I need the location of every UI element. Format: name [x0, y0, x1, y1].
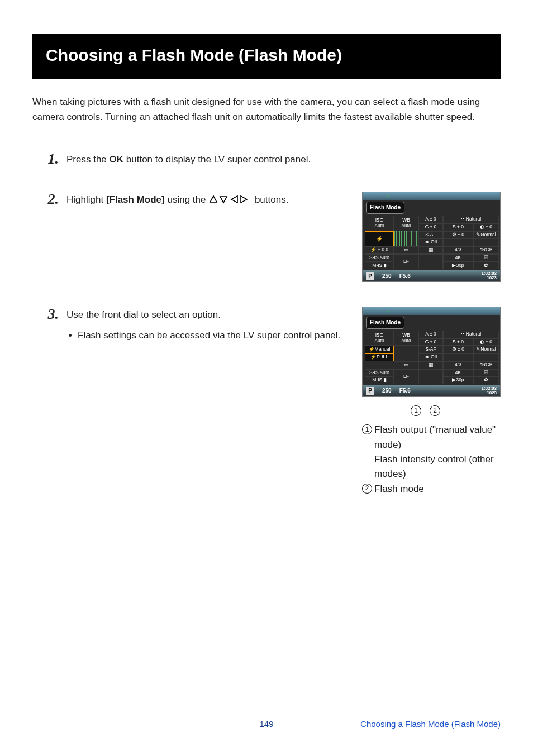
- cell-srgb: sRGB: [473, 361, 499, 369]
- cell-off: ☻ Off: [418, 353, 443, 361]
- page-title: Choosing a Flash Mode (Flash Mode): [32, 34, 501, 79]
- cell-mis: M-IS ▮: [365, 262, 394, 270]
- aperture: F5.6: [399, 386, 411, 395]
- cell-wb: WB Auto: [394, 216, 418, 231]
- cell-dash: --: [473, 353, 499, 361]
- cell-gear: ✿: [473, 376, 499, 384]
- cell-chk: ☑: [473, 369, 499, 377]
- text-fragment: Press the: [66, 154, 110, 165]
- cell-srgb: sRGB: [473, 246, 499, 254]
- legend-item-1: 1 Flash output ("manual value" mode) Fla…: [362, 423, 501, 481]
- cell-iso: ISO Auto: [365, 216, 394, 231]
- cell-chk: ☑: [473, 254, 499, 262]
- cell-saf: S-AF: [418, 346, 443, 353]
- cell-4k: 4K: [443, 369, 473, 377]
- cell-off: ☻ Off: [418, 238, 443, 246]
- step-text: Use the front dial to select an option. …: [66, 307, 350, 496]
- cell-p0: ⚙ ± 0: [443, 346, 473, 353]
- legend-text: Flash output ("manual value" mode) Flash…: [374, 423, 501, 481]
- cell-g0: G ± 0: [418, 223, 443, 231]
- cell-normal: ✎Normal: [473, 231, 499, 239]
- cell-flash-manual-selected: ⚡Manual: [365, 346, 394, 353]
- camera-screen-manual-full: Flash Mode ISO Auto WB Auto A ± 0 ⋯Natur…: [362, 307, 501, 397]
- cell-lf: LF: [394, 369, 418, 385]
- step-2: 2 Highlight [Flash Mode] using the butto…: [32, 192, 501, 282]
- cell-sis: S-IS Auto: [365, 254, 394, 262]
- sub-bullet: Flash settings can be accessed via the L…: [69, 328, 350, 343]
- cam-settings-grid: ISO Auto WB Auto A ± 0 ⋯Natural G ± 0 S …: [363, 216, 500, 270]
- cell-grid: ▦: [418, 361, 443, 369]
- dpad-arrows-icon: [208, 194, 252, 205]
- cell-4k: 4K: [443, 254, 473, 262]
- cell-flashval: ⚡ ± 0.0: [365, 246, 394, 254]
- cam-header-label: Flash Mode: [366, 202, 404, 214]
- cam-header-label: Flash Mode: [366, 317, 404, 329]
- cell-d0: ◐ ± 0: [473, 223, 499, 231]
- cam-bottom-bar: P 250 F5.6 1:02:031023: [363, 270, 500, 281]
- cell-sis: S-IS Auto: [365, 369, 394, 377]
- cell-ar: 4:3: [443, 361, 473, 369]
- rec-info: 1:02:031023: [481, 271, 497, 280]
- cell-s0: S ± 0: [443, 338, 473, 346]
- cell-a0: A ± 0: [418, 216, 443, 223]
- cell-blank: [418, 369, 443, 385]
- text-fragment: Use the front dial to select an option.: [66, 309, 221, 320]
- step3-illustration: Flash Mode ISO Auto WB Auto A ± 0 ⋯Natur…: [362, 307, 501, 496]
- text-fragment: buttons.: [252, 194, 288, 205]
- cell-natural: ⋯Natural: [443, 216, 499, 223]
- footer-section-link[interactable]: Choosing a Flash Mode (Flash Mode): [360, 717, 501, 730]
- rec-info: 1:02:031023: [481, 386, 497, 395]
- callout-2-icon: 2: [430, 405, 440, 416]
- step-number: 1: [32, 151, 63, 168]
- step-1: 1 Press the OK button to display the LV …: [32, 151, 501, 168]
- cell-dash: --: [443, 353, 473, 361]
- step-number: 3: [32, 307, 63, 323]
- cell-hist: [394, 231, 418, 247]
- legend-text: Flash mode: [374, 482, 424, 496]
- cell-dash: --: [473, 238, 499, 246]
- cell-flash-full-selected: ⚡FULL: [365, 353, 394, 361]
- step-3: 3 Use the front dial to select an option…: [32, 307, 501, 496]
- step2-illustration: Flash Mode ISO Auto WB Auto A ± 0 ⋯Natur…: [362, 192, 501, 282]
- cam-settings-grid: ISO Auto WB Auto A ± 0 ⋯Natural G ± 0 S …: [363, 331, 500, 385]
- cam-top-bar: [363, 192, 500, 200]
- camera-screen-flash-mode-highlighted: Flash Mode ISO Auto WB Auto A ± 0 ⋯Natur…: [362, 192, 501, 282]
- legend-number-icon: 2: [362, 484, 372, 494]
- text-fragment: Highlight: [66, 194, 106, 205]
- cell-ar: 4:3: [443, 246, 473, 254]
- bold-flash-mode: [Flash Mode]: [106, 194, 165, 205]
- cell-d0: ◐ ± 0: [473, 338, 499, 346]
- cell-wb: WB Auto: [394, 331, 418, 346]
- text-fragment: using the: [165, 194, 208, 205]
- cell-mis: M-IS ▮: [365, 376, 394, 384]
- cell-iso: ISO Auto: [365, 331, 394, 346]
- mode-badge: P: [366, 387, 374, 395]
- cell-normal: ✎Normal: [473, 346, 499, 353]
- cell-p0: ⚙ ± 0: [443, 231, 473, 239]
- cell-flash-selected: ⚡: [365, 231, 394, 247]
- cell-30p: ▶30p: [443, 376, 473, 384]
- aperture: F5.6: [399, 272, 411, 281]
- step-text: Highlight [Flash Mode] using the buttons…: [66, 192, 350, 282]
- text-fragment: button to display the LV super control p…: [123, 154, 311, 165]
- cell-a0: A ± 0: [418, 331, 443, 338]
- cam-bottom-bar: P 250 F5.6 1:02:031023: [363, 385, 500, 396]
- cell-s0: S ± 0: [443, 223, 473, 231]
- step-text: Press the OK button to display the LV su…: [66, 151, 501, 167]
- step-number: 2: [32, 192, 63, 208]
- callout-1-icon: 1: [411, 405, 421, 416]
- cell-gear: ✿: [473, 262, 499, 270]
- bold-ok: OK: [110, 154, 124, 165]
- shutter-speed: 250: [382, 272, 392, 281]
- cell-rect: ▭: [394, 361, 418, 369]
- cell-g0: G ± 0: [418, 338, 443, 346]
- cell-natural: ⋯Natural: [443, 331, 499, 338]
- step-list: 1 Press the OK button to display the LV …: [32, 151, 501, 496]
- page-number: 149: [259, 717, 273, 730]
- intro-paragraph: When taking pictures with a flash unit d…: [32, 94, 501, 125]
- cell-rect: ▭: [394, 246, 418, 254]
- callout-lines: 1 2: [362, 397, 501, 417]
- cell-lf: LF: [394, 254, 418, 270]
- cell-blank: [418, 254, 443, 270]
- cell-grid: ▦: [418, 246, 443, 254]
